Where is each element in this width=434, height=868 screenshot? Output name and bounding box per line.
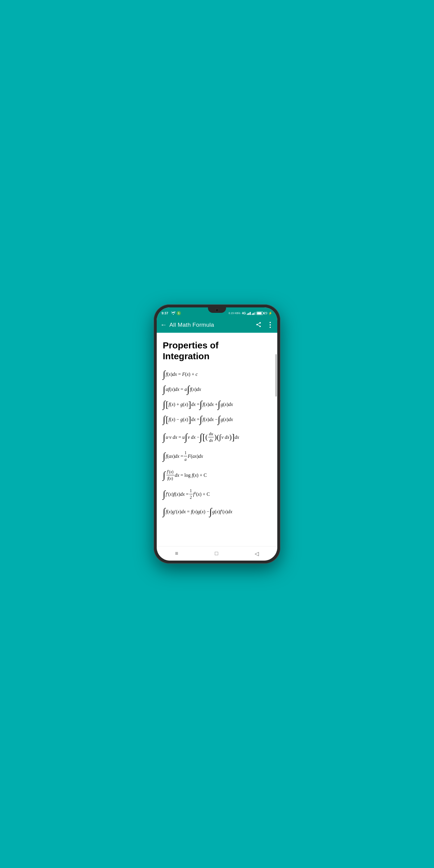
phone-screen: 9:37 1 0.15 KB/s 4G [157, 307, 277, 561]
phone-device: 9:37 1 0.15 KB/s 4G [154, 304, 280, 564]
app-bar-right: ⋮ [255, 321, 274, 329]
status-left: 9:37 1 [161, 311, 181, 315]
formula-9: ∫ f(x)g′(x)dx = f(x)g(x) − ∫ g(x)f′(x)dx [163, 507, 271, 517]
formula-1: ∫ f(x)dx = F(x) + c [163, 370, 271, 379]
formula-7: ∫ f′(x) f(x) dx = log f(x) + C [163, 469, 271, 481]
battery-fill [257, 312, 261, 314]
nav-menu-button[interactable]: ≡ [169, 548, 184, 559]
formula-4: ∫ [ f(x) − g(x) ] dx = ∫ f(x)dx − ∫ g(x)… [163, 415, 271, 424]
nav-home-button[interactable]: □ [209, 548, 224, 559]
content-area[interactable]: Properties ofIntegration ∫ f(x)dx = F(x)… [157, 333, 277, 546]
app-title: All Math Formula [169, 321, 214, 328]
battery-icon [256, 312, 263, 315]
wifi-badge: 1 [177, 311, 181, 315]
network-speed: 0.15 KB/s [229, 312, 241, 315]
network-type: 4G [242, 312, 246, 315]
nav-bar: ≡ □ ◁ [157, 546, 277, 561]
charging-icon: ⚡ [268, 311, 273, 315]
status-right: 0.15 KB/s 4G 29 ⚡ [229, 311, 273, 315]
app-bar: ← All Math Formula ⋮ [157, 317, 277, 333]
scrollbar [276, 354, 277, 397]
wifi-icon [171, 311, 176, 315]
battery-percent: 29 [264, 312, 267, 315]
formula-6: ∫ f(ax)dx = 1 a F(ax)dx [163, 450, 271, 462]
formula-8: ∫ f′(x)f(x)dx = 1 2 f2(x) + C [163, 488, 271, 500]
formula-3: ∫ [ f(x) + g(x) ] dx = ∫ f(x)dx + ∫ g(x)… [163, 400, 271, 409]
app-bar-left: ← All Math Formula [160, 320, 214, 330]
back-button[interactable]: ← [160, 320, 169, 330]
formula-2: ∫ af(x)dx = a ∫ f(x)dx [163, 384, 271, 394]
status-time: 9:37 [161, 311, 168, 315]
formula-list: ∫ f(x)dx = F(x) + c ∫ af(x)dx = a ∫ f(x)… [163, 369, 271, 517]
content: Properties ofIntegration ∫ f(x)dx = F(x)… [157, 333, 277, 526]
more-menu-button[interactable]: ⋮ [267, 321, 274, 329]
nav-back-button[interactable]: ◁ [249, 548, 265, 559]
formula-5: ∫ u·v dx = u ∫ v dx − ∫ [ ( du dx ) ( [163, 431, 271, 443]
camera-lens [215, 308, 219, 312]
page-heading: Properties ofIntegration [163, 340, 271, 362]
camera-notch [208, 307, 226, 313]
share-button[interactable] [255, 321, 261, 329]
signal-bars [247, 311, 251, 315]
signal-bars-2 [252, 311, 255, 315]
